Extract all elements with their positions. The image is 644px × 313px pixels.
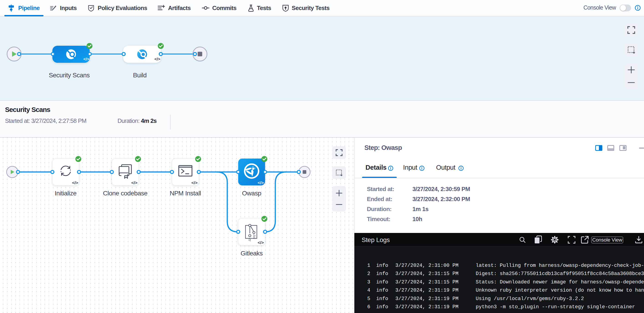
svg-text:</>: </> [154,57,160,61]
svg-text:</>: </> [191,180,198,185]
svg-text:NPM Install: NPM Install [170,190,201,197]
svg-text:Build: Build [133,72,147,79]
svg-text:</>: </> [72,180,78,185]
svg-text:Security Scans: Security Scans [49,72,90,79]
svg-text:</>: </> [131,180,137,185]
svg-text:Clone codebase: Clone codebase [103,190,147,197]
svg-text:</>: </> [83,57,89,61]
svg-text:Initialize: Initialize [55,190,76,197]
svg-text:Owasp: Owasp [242,190,262,197]
svg-text:</>: </> [258,180,264,185]
svg-text:</>: </> [258,240,264,245]
svg-text:Gitleaks: Gitleaks [240,250,262,257]
